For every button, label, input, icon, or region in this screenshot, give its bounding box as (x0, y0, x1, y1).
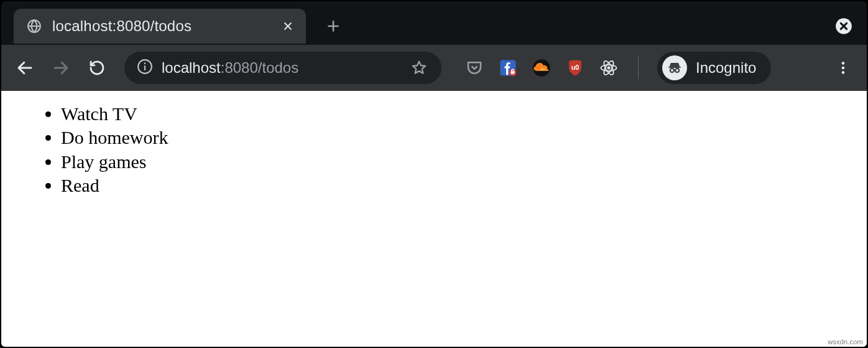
new-tab-button[interactable] (321, 14, 346, 39)
tab-strip: localhost:8080/todos (1, 7, 867, 45)
globe-icon (26, 18, 42, 34)
list-item: Play games (61, 150, 842, 174)
svg-rect-4 (144, 63, 145, 65)
url-host: localhost (162, 59, 221, 76)
svg-point-15 (670, 68, 674, 72)
url-path: :8080/todos (221, 59, 298, 76)
svg-text:u0: u0 (571, 63, 579, 71)
list-item: Do homework (61, 126, 842, 149)
svg-point-19 (842, 71, 845, 74)
list-item: Read (61, 174, 842, 197)
svg-point-18 (842, 67, 845, 70)
extensions-area: u0 (464, 52, 771, 84)
ublock-origin-extension-icon[interactable]: u0 (565, 57, 586, 78)
bookmark-star-icon[interactable] (405, 54, 433, 82)
forward-button[interactable] (46, 53, 76, 83)
page-content: Watch TV Do homework Play games Read (1, 91, 867, 209)
svg-rect-14 (668, 67, 681, 68)
watermark-text: wsxdn.com (828, 338, 863, 346)
omnibox[interactable]: localhost:8080/todos (124, 52, 441, 84)
cloudflare-extension-icon[interactable] (531, 57, 552, 78)
toolbar: localhost:8080/todos (1, 45, 867, 91)
svg-rect-7 (511, 71, 515, 74)
svg-point-10 (607, 67, 611, 70)
pocket-extension-icon[interactable] (464, 57, 485, 78)
url-text: localhost:8080/todos (162, 59, 397, 77)
browser-tab[interactable]: localhost:8080/todos (14, 9, 306, 44)
reload-button[interactable] (82, 53, 112, 83)
svg-point-16 (675, 68, 679, 72)
svg-rect-3 (144, 65, 145, 70)
tab-close-button[interactable] (281, 19, 295, 33)
incognito-icon (662, 55, 687, 80)
browser-menu-button[interactable] (828, 53, 858, 83)
tab-title: localhost:8080/todos (52, 17, 271, 35)
back-button[interactable] (10, 53, 40, 83)
browser-window: localhost:8080/todos (0, 0, 868, 348)
incognito-indicator[interactable]: Incognito (657, 52, 771, 84)
window-close-button[interactable] (834, 17, 853, 35)
react-devtools-extension-icon[interactable] (598, 57, 619, 78)
window-frame-top (1, 1, 867, 7)
todo-list: Watch TV Do homework Play games Read (26, 102, 842, 198)
facebook-container-extension-icon[interactable] (497, 57, 519, 78)
incognito-label: Incognito (696, 59, 756, 77)
site-info-icon[interactable] (137, 59, 153, 77)
list-item: Watch TV (61, 102, 842, 126)
svg-point-17 (842, 62, 845, 65)
toolbar-separator (638, 57, 639, 79)
page-viewport: Watch TV Do homework Play games Read wsx… (1, 91, 867, 347)
